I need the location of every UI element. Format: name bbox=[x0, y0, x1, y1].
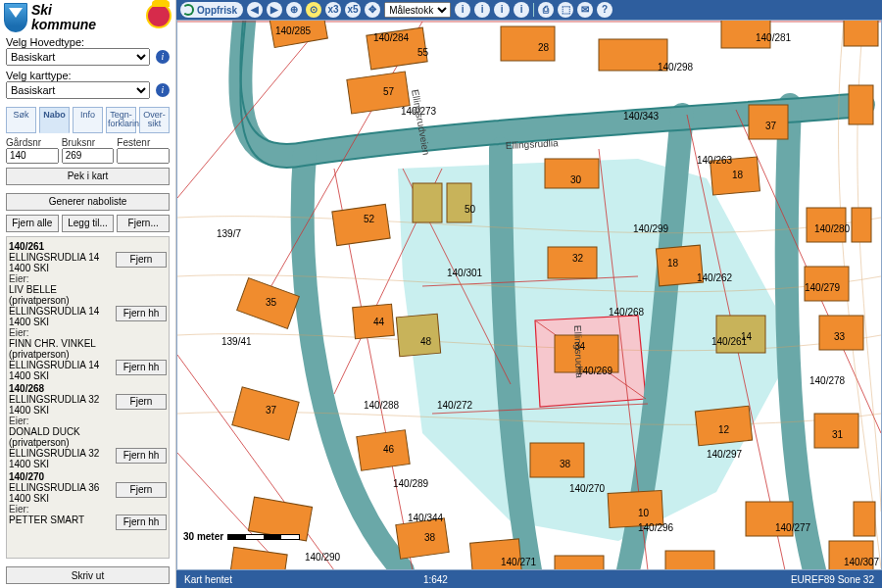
tab-oversikt[interactable]: Over-sikt bbox=[139, 107, 170, 133]
parcel-label: 140/270 bbox=[569, 483, 606, 494]
fjern-button[interactable]: Fjern bbox=[116, 252, 167, 268]
karttype-label: Velg karttype: bbox=[6, 70, 170, 81]
list-item: ELLINGSRUDLIA 141400 SKIFjern hh bbox=[9, 360, 167, 381]
fjern_hh-button[interactable]: Fjern hh bbox=[116, 514, 167, 530]
brand-title: Skikommune bbox=[31, 3, 96, 31]
building bbox=[447, 183, 471, 222]
fjern-dots-button[interactable]: Fjern... bbox=[117, 215, 170, 232]
parcel-label: 140/289 bbox=[393, 478, 429, 489]
tab-info[interactable]: Info bbox=[73, 107, 103, 133]
tab-nabo[interactable]: Nabo bbox=[39, 107, 70, 133]
fjern_hh-button[interactable]: Fjern hh bbox=[116, 360, 167, 375]
tab-tegnforklaring[interactable]: Tegn-forklaring bbox=[106, 107, 136, 133]
building bbox=[844, 21, 878, 46]
neighbor-text: ELLINGSRUDLIA 141400 SKI bbox=[9, 252, 116, 273]
building bbox=[665, 551, 714, 569]
building bbox=[396, 314, 440, 357]
pan-icon[interactable]: ✥ bbox=[365, 2, 380, 18]
sidebar: Skikommune Velg Hovedtype: Basiskart i V… bbox=[0, 0, 176, 588]
parcel-label: 140/298 bbox=[658, 62, 694, 73]
list-item: DONALD DUCK(privatperson) bbox=[9, 426, 167, 448]
parcel-label: 140/299 bbox=[633, 223, 669, 234]
fjern_hh-button[interactable]: Fjern hh bbox=[116, 306, 167, 321]
neighbor-text: PETTER SMART bbox=[9, 514, 116, 525]
parcel-label: 140/268 bbox=[609, 307, 645, 318]
building bbox=[413, 183, 442, 222]
street-label: Ellingsrudlia bbox=[572, 325, 585, 379]
parcel-label: 140/296 bbox=[638, 522, 674, 533]
scale-bar: 30 meter bbox=[183, 531, 300, 542]
info-icon[interactable]: i bbox=[455, 2, 470, 18]
generer-naboliste-button[interactable]: Generer naboliste bbox=[6, 193, 170, 211]
info4-icon[interactable]: i bbox=[514, 2, 529, 18]
list-item: ELLINGSRUDLIA 321400 SKIFjern bbox=[9, 394, 167, 416]
globe-icon[interactable]: ⊕ bbox=[286, 2, 302, 18]
map-canvas[interactable]: 140/285140/2845528140/298140/28157140/27… bbox=[176, 20, 882, 570]
mail-icon[interactable]: ✉ bbox=[577, 2, 593, 18]
refresh-icon bbox=[182, 4, 194, 16]
map-panel: Oppfrisk ◀ ▶ ⊕ ⊙ x3 x5 ✥ Målestokk i i i… bbox=[176, 0, 882, 588]
eier-label: Eier: bbox=[9, 416, 167, 426]
info2-icon[interactable]: i bbox=[474, 2, 490, 18]
parcel-label: 46 bbox=[383, 444, 395, 455]
status-scale: 1:642 bbox=[423, 574, 448, 585]
hovedtype-select[interactable]: Basiskart bbox=[6, 48, 150, 66]
info-icon[interactable]: i bbox=[156, 50, 170, 64]
gard-input[interactable] bbox=[6, 148, 59, 164]
back-icon[interactable]: ◀ bbox=[247, 2, 263, 18]
neighbor-list[interactable]: 140/261ELLINGSRUDLIA 141400 SKIFjernEier… bbox=[6, 236, 170, 559]
fjern-alle-button[interactable]: Fjern alle bbox=[6, 215, 59, 232]
list-item: ELLINGSRUDLIA 141400 SKIFjern hh bbox=[9, 306, 167, 327]
refresh-button[interactable]: Oppfrisk bbox=[180, 2, 243, 18]
building bbox=[530, 443, 584, 477]
legg-til-button[interactable]: Legg til... bbox=[62, 215, 115, 232]
parcel-label: 140/279 bbox=[805, 282, 841, 293]
fjern-button[interactable]: Fjern bbox=[116, 482, 167, 498]
building bbox=[396, 518, 449, 560]
forward-icon[interactable]: ▶ bbox=[267, 2, 282, 18]
karttype-select[interactable]: Basiskart bbox=[6, 81, 150, 99]
fjern_hh-button[interactable]: Fjern hh bbox=[116, 448, 167, 464]
parcel-label: 38 bbox=[424, 532, 436, 543]
x3-icon[interactable]: x3 bbox=[325, 2, 341, 18]
eier-label: Eier: bbox=[9, 273, 167, 284]
parcel-label: 140/290 bbox=[305, 552, 341, 563]
building bbox=[229, 547, 287, 569]
map-svg: 140/285140/2845528140/298140/28157140/27… bbox=[177, 21, 881, 569]
info-icon[interactable]: i bbox=[156, 83, 170, 97]
parcel-label: 10 bbox=[638, 508, 650, 518]
zoom-in-icon[interactable]: ⊙ bbox=[306, 2, 321, 18]
info3-icon[interactable]: i bbox=[494, 2, 510, 18]
tab-sk[interactable]: Søk bbox=[6, 107, 36, 133]
help-icon[interactable]: ? bbox=[597, 2, 612, 18]
parcel-label: 37 bbox=[765, 121, 777, 131]
x5-icon[interactable]: x5 bbox=[345, 2, 361, 18]
skriv-ut-button[interactable]: Skriv ut bbox=[6, 566, 170, 584]
pek-i-kart-button[interactable]: Pek i kart bbox=[6, 168, 170, 185]
parcel-label: 139/41 bbox=[221, 336, 252, 347]
eier-label: Eier: bbox=[9, 327, 167, 338]
parcel-label: 48 bbox=[420, 336, 432, 347]
fjern-button[interactable]: Fjern bbox=[116, 394, 167, 410]
parcel-label: 140/343 bbox=[623, 111, 660, 122]
building bbox=[332, 204, 390, 245]
neighbor-header: 140/261 bbox=[9, 241, 167, 252]
feste-input[interactable] bbox=[117, 148, 170, 164]
list-item: ELLINGSRUDLIA 141400 SKIFjern bbox=[9, 252, 167, 273]
parcel-label: 140/272 bbox=[437, 400, 473, 411]
neighbor-text: ELLINGSRUDLIA 321400 SKI bbox=[9, 448, 116, 469]
building bbox=[555, 556, 604, 569]
parcel-label: 140/344 bbox=[408, 513, 444, 523]
list-item: LIV BELLE(privatperson) bbox=[9, 284, 167, 306]
scale-select[interactable]: Målestokk bbox=[384, 2, 451, 18]
list-item: PETTER SMARTFjern hh bbox=[9, 514, 167, 531]
pdf-icon[interactable]: ⬚ bbox=[558, 2, 573, 18]
parcel-label: 37 bbox=[266, 405, 277, 416]
parcel-label: 140/301 bbox=[447, 268, 483, 278]
parcel-label: 28 bbox=[538, 42, 550, 53]
print-icon[interactable]: ⎙ bbox=[538, 2, 554, 18]
bruk-input[interactable] bbox=[62, 148, 115, 164]
building bbox=[854, 502, 875, 536]
list-item: ELLINGSRUDLIA 361400 SKIFjern bbox=[9, 482, 167, 504]
parcel-label: 44 bbox=[373, 317, 385, 327]
